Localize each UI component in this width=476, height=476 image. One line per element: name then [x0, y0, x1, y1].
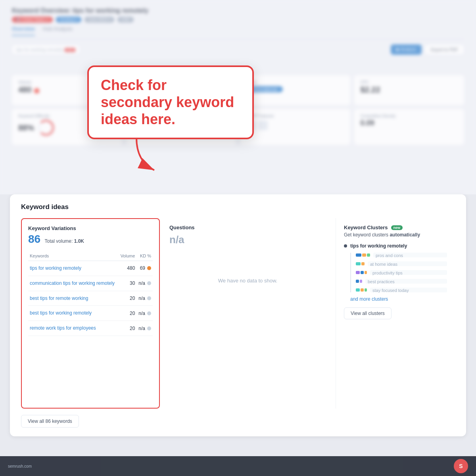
tab-hub-analysis[interactable]: Hub Analysis: [43, 26, 73, 36]
questions-count: n/a: [169, 234, 326, 246]
kc-bar: [361, 288, 364, 292]
kc-item-label: productivity tips: [370, 270, 447, 275]
kw-kd-cell: n/a: [136, 276, 153, 291]
kw-var-count: 86: [28, 233, 40, 245]
table-row: best tips for working remotely 20 n/a: [28, 306, 153, 321]
callout-arrow-svg: [129, 138, 168, 173]
cluster-item: best practices: [356, 279, 447, 284]
bottom-bar-left: semrush.com: [8, 464, 32, 468]
tab-overview[interactable]: Overview: [12, 26, 35, 36]
questions-title: Questions: [169, 225, 326, 230]
questions-panel: Questions n/a We have no data to show.: [160, 218, 336, 409]
section-title: Keyword ideas: [21, 203, 455, 211]
search-box[interactable]: tips for working remotely SEO: [12, 45, 80, 54]
filter-date: June 2023 ▾: [84, 17, 114, 23]
kw-link[interactable]: tips for working remotely: [30, 265, 81, 271]
bottom-bar: semrush.com S: [0, 456, 476, 476]
kc-bars: [356, 271, 367, 274]
filter-us: 🇺🇸 United States ▾: [12, 17, 53, 23]
kc-bar: [362, 253, 366, 257]
kc-subtitle: Get keyword clusters automatically: [344, 232, 447, 238]
cluster-item: at home ideas: [356, 261, 447, 266]
page-title: Keyword Overview: tips for working remot…: [12, 7, 148, 14]
metric-competitive-density: Competitive Density 0.09: [354, 109, 464, 145]
kc-bar: [361, 262, 365, 265]
keyword-variations-panel: Keyword Variations 86 Total volume: 1.0K…: [21, 218, 160, 409]
cluster-item: productivity tips: [356, 270, 447, 275]
kd-indicator: [147, 311, 151, 315]
kw-volume: 30: [119, 276, 137, 291]
kc-item-label: stay focused today: [370, 288, 447, 292]
kw-variations-table: Keywords Volume KD % tips for working re…: [28, 251, 153, 336]
metric-intent: Intent Informational: [240, 75, 350, 105]
keyword-clusters-panel: Keyword Clusters new Get keyword cluster…: [336, 218, 455, 409]
kw-kd-cell: n/a: [136, 321, 153, 336]
cluster-item: stay focused today: [356, 288, 447, 292]
kw-volume: 20: [119, 321, 137, 336]
kc-item-label: at home ideas: [368, 261, 447, 266]
kc-bar: [356, 280, 359, 283]
table-row: tips for working remotely 480 69: [28, 261, 153, 276]
kc-bars: [356, 253, 370, 257]
kc-bars: [356, 288, 367, 292]
kc-bar: [365, 271, 367, 274]
kw-var-total: Total volume: 1.0K: [45, 238, 84, 244]
kc-bars: [356, 262, 365, 265]
kd-indicator: [147, 281, 151, 285]
bottom-bar-logo: S: [454, 459, 468, 473]
table-row: best tips for remote working 20 n/a: [28, 291, 153, 306]
view-all-clusters-button[interactable]: View all clusters: [344, 307, 392, 319]
kc-bar: [360, 280, 362, 283]
kc-bars: [356, 280, 362, 283]
kc-new-badge: new: [391, 225, 403, 230]
kc-bar: [356, 288, 360, 292]
questions-no-data: We have no data to show.: [169, 278, 326, 284]
kc-main-label: tips for working remotely: [350, 243, 407, 249]
metric-serp: SERP Features: [240, 109, 350, 145]
kc-bar: [356, 271, 360, 274]
table-row: remote work tips for employees 20 n/a: [28, 321, 153, 336]
kw-volume: 480: [119, 261, 137, 276]
kc-bar: [356, 262, 361, 265]
kw-link[interactable]: best tips for remote working: [30, 296, 88, 301]
kw-var-title: Keyword Variations: [28, 225, 153, 231]
kw-link[interactable]: remote work tips for employees: [30, 325, 96, 331]
kw-kd-cell: 69: [136, 261, 153, 276]
kw-volume: 20: [119, 291, 137, 306]
filter-currency: USD: [117, 17, 134, 23]
kw-kd-cell: n/a: [136, 291, 153, 306]
kd-indicator: [147, 266, 151, 270]
kc-main-dot: [344, 244, 347, 248]
view-all-keywords-button[interactable]: View all 86 keywords: [21, 415, 79, 428]
filter-desktop: Desktop ▾: [56, 17, 81, 23]
export-btn[interactable]: Export to PDF: [425, 44, 464, 55]
metric-cpc: CPC $2.22: [354, 75, 464, 105]
kw-kd-cell: n/a: [136, 306, 153, 321]
cluster-item: pros and cons: [356, 253, 447, 257]
kc-bar: [356, 253, 361, 257]
col-volume: Volume: [119, 251, 137, 261]
kc-bar: [361, 271, 364, 274]
kc-bar: [367, 253, 370, 257]
table-row: communication tips for working remotely …: [28, 276, 153, 291]
kc-item-label: pros and cons: [373, 253, 447, 257]
col-kd: KD %: [136, 251, 153, 261]
keyword-ideas-section: Keyword ideas Keyword Variations 86 Tota…: [10, 194, 466, 436]
kc-main-keyword: tips for working remotely: [344, 243, 447, 249]
kc-item-label: best practices: [365, 279, 447, 284]
kc-more[interactable]: and more clusters: [350, 296, 447, 302]
kc-title: Keyword Clusters: [344, 225, 388, 230]
kw-link[interactable]: communication tips for working remotely: [30, 280, 115, 286]
col-keywords: Keywords: [28, 251, 119, 261]
callout-text: Check for secondary keyword ideas here.: [101, 77, 240, 128]
kc-bar: [365, 288, 367, 292]
callout-box: Check for secondary keyword ideas here.: [87, 65, 254, 139]
kw-link[interactable]: best tips for working remotely: [30, 310, 92, 316]
kw-volume: 20: [119, 306, 137, 321]
analyze-btn[interactable]: ▶ Analyze: [391, 44, 422, 55]
kc-cluster-list: pros and cons at home ideas productivity…: [350, 253, 447, 292]
kd-indicator: [147, 326, 151, 330]
kd-indicator: [147, 296, 151, 300]
